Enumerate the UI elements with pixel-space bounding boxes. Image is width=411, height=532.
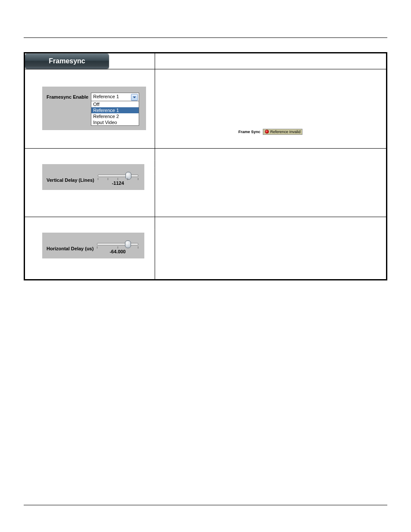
option-input-video[interactable]: Input Video [91,119,139,125]
framesync-enable-dropdown[interactable]: Reference 1 Off Reference 1 Reference 2 … [91,93,139,126]
reference-invalid-chip: Reference Invalid [263,129,302,135]
vertical-delay-label: Vertical Delay (Lines) [47,176,94,183]
function-table: Framesync Provides video frame sync/dela… [24,52,387,280]
page-header-left: Operating Instructions [24,28,84,35]
framesync-enable-options[interactable]: Off Reference 1 Reference 2 Input Video [91,101,139,126]
framesync-tab[interactable]: Framesync [25,53,109,69]
framesync-enable-desc: Framesync Enable/Disable Provides a glob… [155,69,386,149]
horizontal-delay-desc: Horizontal Delay Control When Framesync … [155,217,386,280]
status-dot-icon [265,130,269,134]
footer-left: 9968-PRODUCT MANUAL [24,508,80,513]
horizontal-delay-label: Horizontal Delay (us) [47,244,93,251]
horizontal-delay-value: -64.000 [97,249,138,254]
framesync-enable-selected[interactable]: Reference 1 [91,93,139,101]
vertical-delay-desc: Vertical Delay Control When Framesync is… [155,148,386,217]
table-caption: Table 3-2 9968 Function Submenu List — c… [24,43,387,50]
horizontal-delay-cell: Horizontal Delay (us) -64.000 [25,217,155,280]
framesync-enable-cell: Framesync Enable Reference 1 Off Referen… [25,69,155,149]
footer-right: 3-21 [378,508,387,513]
framesync-enable-label: Framesync Enable [47,93,88,100]
option-off[interactable]: Off [91,101,139,107]
frame-sync-status: Frame Sync Reference Invalid [238,129,302,135]
vertical-delay-cell: Vertical Delay (Lines) -1124 [25,148,155,217]
frame-sync-status-label: Frame Sync [238,130,260,134]
vertical-delay-value: -1124 [98,180,138,186]
tab-cell: Framesync [25,53,155,69]
vertical-delay-slider[interactable]: -1124 [98,173,138,186]
horizontal-delay-slider[interactable]: -64.000 [97,241,138,254]
tab-description: Provides video frame sync/delay offset c… [155,53,386,69]
option-reference-2[interactable]: Reference 2 [91,113,139,119]
option-reference-1[interactable]: Reference 1 [91,107,139,113]
page-header-right: Operating Instructions [327,28,387,35]
